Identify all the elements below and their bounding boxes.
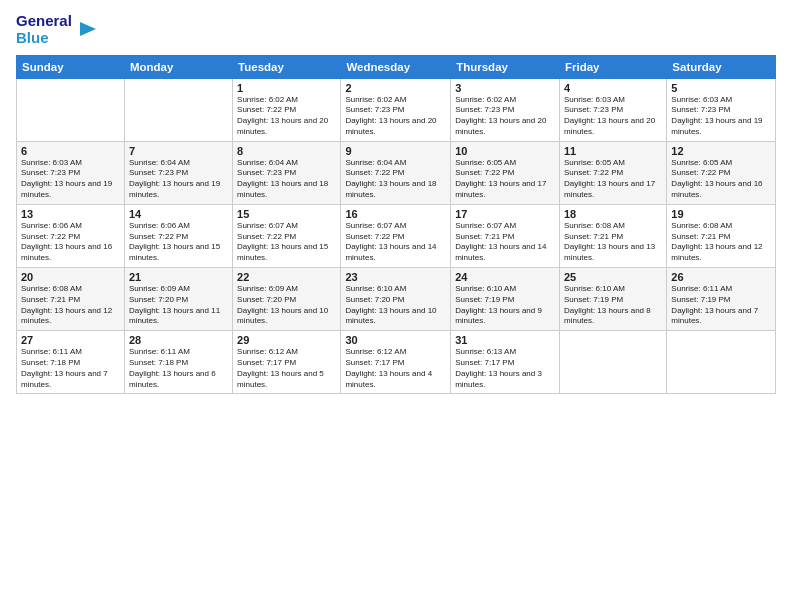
day-number: 12 bbox=[671, 145, 771, 157]
day-cell: 29Sunrise: 6:12 AM Sunset: 7:17 PM Dayli… bbox=[233, 331, 341, 394]
day-cell: 3Sunrise: 6:02 AM Sunset: 7:23 PM Daylig… bbox=[451, 78, 560, 141]
day-info: Sunrise: 6:10 AM Sunset: 7:19 PM Dayligh… bbox=[455, 284, 555, 327]
day-number: 3 bbox=[455, 82, 555, 94]
day-number: 19 bbox=[671, 208, 771, 220]
day-cell: 22Sunrise: 6:09 AM Sunset: 7:20 PM Dayli… bbox=[233, 268, 341, 331]
day-header-tuesday: Tuesday bbox=[233, 55, 341, 78]
day-header-saturday: Saturday bbox=[667, 55, 776, 78]
day-info: Sunrise: 6:02 AM Sunset: 7:23 PM Dayligh… bbox=[345, 95, 446, 138]
day-number: 15 bbox=[237, 208, 336, 220]
day-cell bbox=[559, 331, 666, 394]
day-number: 21 bbox=[129, 271, 228, 283]
day-cell: 8Sunrise: 6:04 AM Sunset: 7:23 PM Daylig… bbox=[233, 141, 341, 204]
week-row-3: 13Sunrise: 6:06 AM Sunset: 7:22 PM Dayli… bbox=[17, 204, 776, 267]
day-info: Sunrise: 6:04 AM Sunset: 7:23 PM Dayligh… bbox=[129, 158, 228, 201]
day-number: 25 bbox=[564, 271, 662, 283]
day-info: Sunrise: 6:12 AM Sunset: 7:17 PM Dayligh… bbox=[345, 347, 446, 390]
day-info: Sunrise: 6:08 AM Sunset: 7:21 PM Dayligh… bbox=[21, 284, 120, 327]
day-info: Sunrise: 6:05 AM Sunset: 7:22 PM Dayligh… bbox=[564, 158, 662, 201]
day-cell: 27Sunrise: 6:11 AM Sunset: 7:18 PM Dayli… bbox=[17, 331, 125, 394]
day-cell: 16Sunrise: 6:07 AM Sunset: 7:22 PM Dayli… bbox=[341, 204, 451, 267]
week-row-5: 27Sunrise: 6:11 AM Sunset: 7:18 PM Dayli… bbox=[17, 331, 776, 394]
day-number: 30 bbox=[345, 334, 446, 346]
day-info: Sunrise: 6:11 AM Sunset: 7:18 PM Dayligh… bbox=[129, 347, 228, 390]
day-header-friday: Friday bbox=[559, 55, 666, 78]
day-header-monday: Monday bbox=[124, 55, 232, 78]
logo-triangle-icon bbox=[76, 18, 98, 40]
day-cell: 30Sunrise: 6:12 AM Sunset: 7:17 PM Dayli… bbox=[341, 331, 451, 394]
day-number: 10 bbox=[455, 145, 555, 157]
day-info: Sunrise: 6:07 AM Sunset: 7:22 PM Dayligh… bbox=[345, 221, 446, 264]
day-number: 28 bbox=[129, 334, 228, 346]
day-cell: 4Sunrise: 6:03 AM Sunset: 7:23 PM Daylig… bbox=[559, 78, 666, 141]
day-number: 8 bbox=[237, 145, 336, 157]
day-info: Sunrise: 6:02 AM Sunset: 7:23 PM Dayligh… bbox=[455, 95, 555, 138]
day-info: Sunrise: 6:04 AM Sunset: 7:22 PM Dayligh… bbox=[345, 158, 446, 201]
day-info: Sunrise: 6:02 AM Sunset: 7:22 PM Dayligh… bbox=[237, 95, 336, 138]
day-cell: 9Sunrise: 6:04 AM Sunset: 7:22 PM Daylig… bbox=[341, 141, 451, 204]
day-number: 23 bbox=[345, 271, 446, 283]
day-cell: 18Sunrise: 6:08 AM Sunset: 7:21 PM Dayli… bbox=[559, 204, 666, 267]
day-cell: 23Sunrise: 6:10 AM Sunset: 7:20 PM Dayli… bbox=[341, 268, 451, 331]
page: General Blue SundayMondayTuesdayWednesda… bbox=[0, 0, 792, 612]
day-cell: 28Sunrise: 6:11 AM Sunset: 7:18 PM Dayli… bbox=[124, 331, 232, 394]
day-number: 16 bbox=[345, 208, 446, 220]
day-cell: 5Sunrise: 6:03 AM Sunset: 7:23 PM Daylig… bbox=[667, 78, 776, 141]
day-info: Sunrise: 6:13 AM Sunset: 7:17 PM Dayligh… bbox=[455, 347, 555, 390]
day-number: 2 bbox=[345, 82, 446, 94]
day-cell: 15Sunrise: 6:07 AM Sunset: 7:22 PM Dayli… bbox=[233, 204, 341, 267]
svg-marker-0 bbox=[80, 22, 96, 36]
week-row-2: 6Sunrise: 6:03 AM Sunset: 7:23 PM Daylig… bbox=[17, 141, 776, 204]
day-cell: 1Sunrise: 6:02 AM Sunset: 7:22 PM Daylig… bbox=[233, 78, 341, 141]
logo-text-block: General Blue bbox=[16, 12, 72, 47]
day-header-row: SundayMondayTuesdayWednesdayThursdayFrid… bbox=[17, 55, 776, 78]
day-number: 9 bbox=[345, 145, 446, 157]
day-number: 31 bbox=[455, 334, 555, 346]
day-cell: 19Sunrise: 6:08 AM Sunset: 7:21 PM Dayli… bbox=[667, 204, 776, 267]
day-header-wednesday: Wednesday bbox=[341, 55, 451, 78]
logo-general: General bbox=[16, 12, 72, 29]
day-info: Sunrise: 6:07 AM Sunset: 7:22 PM Dayligh… bbox=[237, 221, 336, 264]
day-number: 22 bbox=[237, 271, 336, 283]
day-header-sunday: Sunday bbox=[17, 55, 125, 78]
day-info: Sunrise: 6:09 AM Sunset: 7:20 PM Dayligh… bbox=[129, 284, 228, 327]
day-cell bbox=[124, 78, 232, 141]
day-info: Sunrise: 6:11 AM Sunset: 7:18 PM Dayligh… bbox=[21, 347, 120, 390]
day-number: 14 bbox=[129, 208, 228, 220]
day-info: Sunrise: 6:10 AM Sunset: 7:20 PM Dayligh… bbox=[345, 284, 446, 327]
day-info: Sunrise: 6:05 AM Sunset: 7:22 PM Dayligh… bbox=[671, 158, 771, 201]
day-number: 13 bbox=[21, 208, 120, 220]
day-number: 20 bbox=[21, 271, 120, 283]
logo-blue: Blue bbox=[16, 29, 72, 46]
week-row-4: 20Sunrise: 6:08 AM Sunset: 7:21 PM Dayli… bbox=[17, 268, 776, 331]
day-number: 1 bbox=[237, 82, 336, 94]
day-info: Sunrise: 6:09 AM Sunset: 7:20 PM Dayligh… bbox=[237, 284, 336, 327]
day-info: Sunrise: 6:08 AM Sunset: 7:21 PM Dayligh… bbox=[671, 221, 771, 264]
day-cell: 11Sunrise: 6:05 AM Sunset: 7:22 PM Dayli… bbox=[559, 141, 666, 204]
day-info: Sunrise: 6:04 AM Sunset: 7:23 PM Dayligh… bbox=[237, 158, 336, 201]
logo: General Blue bbox=[16, 12, 98, 47]
day-info: Sunrise: 6:03 AM Sunset: 7:23 PM Dayligh… bbox=[21, 158, 120, 201]
day-number: 18 bbox=[564, 208, 662, 220]
day-number: 17 bbox=[455, 208, 555, 220]
day-cell: 14Sunrise: 6:06 AM Sunset: 7:22 PM Dayli… bbox=[124, 204, 232, 267]
day-info: Sunrise: 6:11 AM Sunset: 7:19 PM Dayligh… bbox=[671, 284, 771, 327]
day-info: Sunrise: 6:12 AM Sunset: 7:17 PM Dayligh… bbox=[237, 347, 336, 390]
day-cell: 20Sunrise: 6:08 AM Sunset: 7:21 PM Dayli… bbox=[17, 268, 125, 331]
day-cell bbox=[17, 78, 125, 141]
day-number: 24 bbox=[455, 271, 555, 283]
day-number: 5 bbox=[671, 82, 771, 94]
day-cell: 13Sunrise: 6:06 AM Sunset: 7:22 PM Dayli… bbox=[17, 204, 125, 267]
day-cell: 24Sunrise: 6:10 AM Sunset: 7:19 PM Dayli… bbox=[451, 268, 560, 331]
day-cell: 10Sunrise: 6:05 AM Sunset: 7:22 PM Dayli… bbox=[451, 141, 560, 204]
day-info: Sunrise: 6:05 AM Sunset: 7:22 PM Dayligh… bbox=[455, 158, 555, 201]
day-info: Sunrise: 6:10 AM Sunset: 7:19 PM Dayligh… bbox=[564, 284, 662, 327]
day-cell: 2Sunrise: 6:02 AM Sunset: 7:23 PM Daylig… bbox=[341, 78, 451, 141]
day-cell: 21Sunrise: 6:09 AM Sunset: 7:20 PM Dayli… bbox=[124, 268, 232, 331]
day-number: 29 bbox=[237, 334, 336, 346]
day-cell: 7Sunrise: 6:04 AM Sunset: 7:23 PM Daylig… bbox=[124, 141, 232, 204]
week-row-1: 1Sunrise: 6:02 AM Sunset: 7:22 PM Daylig… bbox=[17, 78, 776, 141]
day-number: 6 bbox=[21, 145, 120, 157]
day-info: Sunrise: 6:08 AM Sunset: 7:21 PM Dayligh… bbox=[564, 221, 662, 264]
day-cell: 26Sunrise: 6:11 AM Sunset: 7:19 PM Dayli… bbox=[667, 268, 776, 331]
